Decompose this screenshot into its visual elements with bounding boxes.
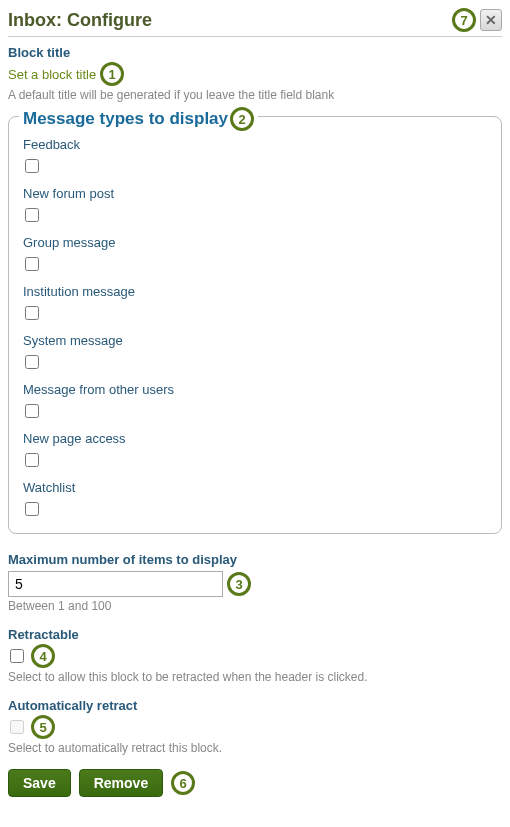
message-type-label: Feedback bbox=[23, 137, 487, 152]
annotation-2: 2 bbox=[230, 107, 254, 131]
message-type-label: New forum post bbox=[23, 186, 487, 201]
dialog-title: Inbox: Configure bbox=[8, 10, 152, 31]
retractable-checkbox[interactable] bbox=[10, 649, 24, 663]
retractable-row: 4 bbox=[8, 644, 502, 668]
retractable-label: Retractable bbox=[8, 627, 502, 642]
new-page-access-checkbox[interactable] bbox=[25, 453, 39, 467]
max-items-input[interactable] bbox=[8, 571, 223, 597]
auto-retract-section: Automatically retract 5 Select to automa… bbox=[8, 698, 502, 755]
auto-retract-hint: Select to automatically retract this blo… bbox=[8, 741, 502, 755]
message-type-item: Watchlist bbox=[23, 480, 487, 519]
max-items-section: Maximum number of items to display 3 Bet… bbox=[8, 552, 502, 613]
institution-message-checkbox[interactable] bbox=[25, 306, 39, 320]
message-other-users-checkbox[interactable] bbox=[25, 404, 39, 418]
max-items-hint: Between 1 and 100 bbox=[8, 599, 502, 613]
retractable-section: Retractable 4 Select to allow this block… bbox=[8, 627, 502, 684]
save-button[interactable]: Save bbox=[8, 769, 71, 797]
watchlist-checkbox[interactable] bbox=[25, 502, 39, 516]
remove-button[interactable]: Remove bbox=[79, 769, 163, 797]
annotation-4: 4 bbox=[31, 644, 55, 668]
button-row: Save Remove 6 bbox=[8, 769, 502, 797]
close-button[interactable]: ✕ bbox=[480, 9, 502, 31]
close-icon: ✕ bbox=[485, 12, 497, 28]
feedback-checkbox[interactable] bbox=[25, 159, 39, 173]
annotation-6: 6 bbox=[171, 771, 195, 795]
retractable-hint: Select to allow this block to be retract… bbox=[8, 670, 502, 684]
auto-retract-checkbox[interactable] bbox=[10, 720, 24, 734]
message-type-label: Watchlist bbox=[23, 480, 487, 495]
message-type-label: System message bbox=[23, 333, 487, 348]
message-type-item: System message bbox=[23, 333, 487, 372]
fieldset-legend-row: Message types to display 2 bbox=[19, 107, 258, 131]
max-items-label: Maximum number of items to display bbox=[8, 552, 502, 567]
annotation-7: 7 bbox=[452, 8, 476, 32]
auto-retract-label: Automatically retract bbox=[8, 698, 502, 713]
header-right: 7 ✕ bbox=[452, 8, 502, 32]
annotation-1: 1 bbox=[100, 62, 124, 86]
message-type-item: New forum post bbox=[23, 186, 487, 225]
message-type-item: Group message bbox=[23, 235, 487, 274]
message-types-fieldset: Message types to display 2 Feedback New … bbox=[8, 116, 502, 534]
annotation-5: 5 bbox=[31, 715, 55, 739]
system-message-checkbox[interactable] bbox=[25, 355, 39, 369]
fieldset-legend: Message types to display bbox=[23, 109, 228, 129]
message-type-item: New page access bbox=[23, 431, 487, 470]
block-title-link-row: Set a block title 1 bbox=[8, 62, 502, 86]
message-type-item: Message from other users bbox=[23, 382, 487, 421]
message-type-item: Feedback bbox=[23, 137, 487, 176]
fieldset-body: Feedback New forum post Group message In… bbox=[23, 137, 487, 519]
block-title-section: Block title Set a block title 1 A defaul… bbox=[8, 45, 502, 102]
message-type-label: Institution message bbox=[23, 284, 487, 299]
dialog-header: Inbox: Configure 7 ✕ bbox=[8, 8, 502, 37]
block-title-hint: A default title will be generated if you… bbox=[8, 88, 502, 102]
block-title-label: Block title bbox=[8, 45, 502, 60]
group-message-checkbox[interactable] bbox=[25, 257, 39, 271]
message-type-label: Group message bbox=[23, 235, 487, 250]
set-block-title-link[interactable]: Set a block title bbox=[8, 67, 96, 82]
message-type-item: Institution message bbox=[23, 284, 487, 323]
message-type-label: New page access bbox=[23, 431, 487, 446]
auto-retract-row: 5 bbox=[8, 715, 502, 739]
new-forum-post-checkbox[interactable] bbox=[25, 208, 39, 222]
max-items-row: 3 bbox=[8, 571, 502, 597]
message-type-label: Message from other users bbox=[23, 382, 487, 397]
annotation-3: 3 bbox=[227, 572, 251, 596]
